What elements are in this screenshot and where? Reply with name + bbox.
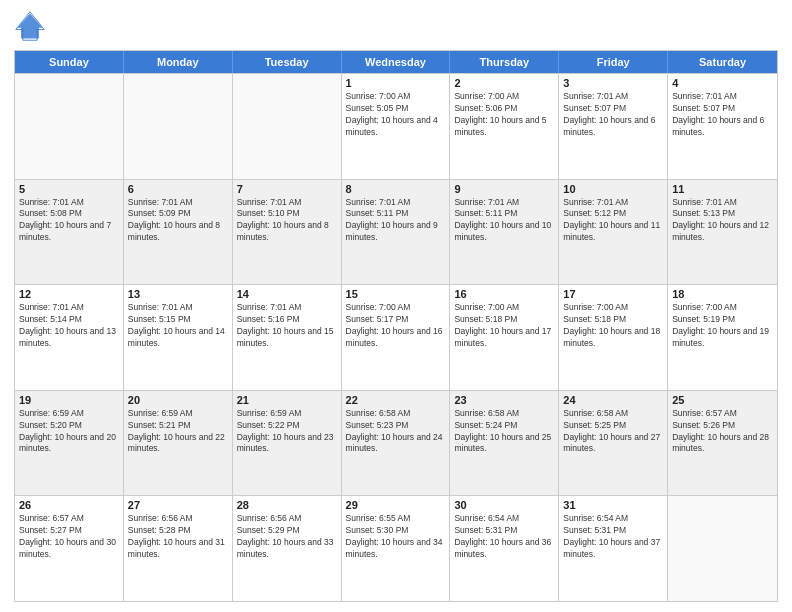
day-number: 26 [19,499,119,511]
cal-week-2: 5Sunrise: 7:01 AMSunset: 5:08 PMDaylight… [15,179,777,285]
cal-header-friday: Friday [559,51,668,73]
cal-cell: 12Sunrise: 7:01 AMSunset: 5:14 PMDayligh… [15,285,124,390]
cal-header-monday: Monday [124,51,233,73]
calendar-header-row: SundayMondayTuesdayWednesdayThursdayFrid… [15,51,777,73]
day-info: Sunrise: 7:01 AMSunset: 5:07 PMDaylight:… [672,91,773,139]
cal-cell: 27Sunrise: 6:56 AMSunset: 5:28 PMDayligh… [124,496,233,601]
day-info: Sunrise: 7:00 AMSunset: 5:05 PMDaylight:… [346,91,446,139]
cal-week-1: 1Sunrise: 7:00 AMSunset: 5:05 PMDaylight… [15,73,777,179]
calendar-body: 1Sunrise: 7:00 AMSunset: 5:05 PMDaylight… [15,73,777,601]
day-info: Sunrise: 6:59 AMSunset: 5:21 PMDaylight:… [128,408,228,456]
day-info: Sunrise: 7:01 AMSunset: 5:09 PMDaylight:… [128,197,228,245]
day-number: 22 [346,394,446,406]
day-info: Sunrise: 7:01 AMSunset: 5:07 PMDaylight:… [563,91,663,139]
cal-header-saturday: Saturday [668,51,777,73]
day-info: Sunrise: 7:00 AMSunset: 5:18 PMDaylight:… [454,302,554,350]
day-number: 8 [346,183,446,195]
cal-cell: 19Sunrise: 6:59 AMSunset: 5:20 PMDayligh… [15,391,124,496]
day-info: Sunrise: 7:00 AMSunset: 5:19 PMDaylight:… [672,302,773,350]
cal-cell: 13Sunrise: 7:01 AMSunset: 5:15 PMDayligh… [124,285,233,390]
day-number: 7 [237,183,337,195]
day-number: 23 [454,394,554,406]
cal-cell: 25Sunrise: 6:57 AMSunset: 5:26 PMDayligh… [668,391,777,496]
cal-cell: 31Sunrise: 6:54 AMSunset: 5:31 PMDayligh… [559,496,668,601]
day-info: Sunrise: 7:01 AMSunset: 5:11 PMDaylight:… [346,197,446,245]
day-info: Sunrise: 6:57 AMSunset: 5:26 PMDaylight:… [672,408,773,456]
day-info: Sunrise: 7:00 AMSunset: 5:18 PMDaylight:… [563,302,663,350]
cal-cell: 21Sunrise: 6:59 AMSunset: 5:22 PMDayligh… [233,391,342,496]
day-number: 29 [346,499,446,511]
day-info: Sunrise: 7:01 AMSunset: 5:11 PMDaylight:… [454,197,554,245]
day-info: Sunrise: 6:56 AMSunset: 5:29 PMDaylight:… [237,513,337,561]
day-info: Sunrise: 6:57 AMSunset: 5:27 PMDaylight:… [19,513,119,561]
calendar: SundayMondayTuesdayWednesdayThursdayFrid… [14,50,778,602]
day-info: Sunrise: 7:01 AMSunset: 5:12 PMDaylight:… [563,197,663,245]
cal-cell: 2Sunrise: 7:00 AMSunset: 5:06 PMDaylight… [450,74,559,179]
cal-cell: 14Sunrise: 7:01 AMSunset: 5:16 PMDayligh… [233,285,342,390]
day-number: 30 [454,499,554,511]
day-number: 6 [128,183,228,195]
cal-week-4: 19Sunrise: 6:59 AMSunset: 5:20 PMDayligh… [15,390,777,496]
cal-cell: 10Sunrise: 7:01 AMSunset: 5:12 PMDayligh… [559,180,668,285]
day-number: 3 [563,77,663,89]
day-number: 13 [128,288,228,300]
page: SundayMondayTuesdayWednesdayThursdayFrid… [0,0,792,612]
day-number: 4 [672,77,773,89]
day-info: Sunrise: 7:01 AMSunset: 5:10 PMDaylight:… [237,197,337,245]
day-number: 9 [454,183,554,195]
cal-cell: 26Sunrise: 6:57 AMSunset: 5:27 PMDayligh… [15,496,124,601]
cal-week-3: 12Sunrise: 7:01 AMSunset: 5:14 PMDayligh… [15,284,777,390]
day-number: 18 [672,288,773,300]
logo [14,10,50,42]
day-info: Sunrise: 6:55 AMSunset: 5:30 PMDaylight:… [346,513,446,561]
day-number: 28 [237,499,337,511]
day-number: 15 [346,288,446,300]
day-info: Sunrise: 6:56 AMSunset: 5:28 PMDaylight:… [128,513,228,561]
day-info: Sunrise: 7:01 AMSunset: 5:14 PMDaylight:… [19,302,119,350]
day-number: 24 [563,394,663,406]
day-info: Sunrise: 7:01 AMSunset: 5:15 PMDaylight:… [128,302,228,350]
day-info: Sunrise: 7:01 AMSunset: 5:13 PMDaylight:… [672,197,773,245]
cal-header-thursday: Thursday [450,51,559,73]
cal-cell [124,74,233,179]
cal-cell: 3Sunrise: 7:01 AMSunset: 5:07 PMDaylight… [559,74,668,179]
cal-header-wednesday: Wednesday [342,51,451,73]
day-info: Sunrise: 6:54 AMSunset: 5:31 PMDaylight:… [454,513,554,561]
cal-cell: 28Sunrise: 6:56 AMSunset: 5:29 PMDayligh… [233,496,342,601]
day-number: 21 [237,394,337,406]
day-number: 31 [563,499,663,511]
cal-cell: 22Sunrise: 6:58 AMSunset: 5:23 PMDayligh… [342,391,451,496]
day-info: Sunrise: 7:01 AMSunset: 5:08 PMDaylight:… [19,197,119,245]
day-number: 25 [672,394,773,406]
cal-cell [233,74,342,179]
day-number: 1 [346,77,446,89]
cal-header-tuesday: Tuesday [233,51,342,73]
day-number: 20 [128,394,228,406]
day-number: 27 [128,499,228,511]
day-info: Sunrise: 6:59 AMSunset: 5:22 PMDaylight:… [237,408,337,456]
cal-cell: 20Sunrise: 6:59 AMSunset: 5:21 PMDayligh… [124,391,233,496]
cal-cell: 6Sunrise: 7:01 AMSunset: 5:09 PMDaylight… [124,180,233,285]
day-info: Sunrise: 7:00 AMSunset: 5:17 PMDaylight:… [346,302,446,350]
cal-cell [15,74,124,179]
cal-cell: 7Sunrise: 7:01 AMSunset: 5:10 PMDaylight… [233,180,342,285]
cal-week-5: 26Sunrise: 6:57 AMSunset: 5:27 PMDayligh… [15,495,777,601]
cal-cell: 15Sunrise: 7:00 AMSunset: 5:17 PMDayligh… [342,285,451,390]
cal-cell [668,496,777,601]
day-number: 14 [237,288,337,300]
cal-cell: 24Sunrise: 6:58 AMSunset: 5:25 PMDayligh… [559,391,668,496]
cal-cell: 17Sunrise: 7:00 AMSunset: 5:18 PMDayligh… [559,285,668,390]
day-number: 17 [563,288,663,300]
cal-header-sunday: Sunday [15,51,124,73]
day-number: 10 [563,183,663,195]
day-info: Sunrise: 6:58 AMSunset: 5:24 PMDaylight:… [454,408,554,456]
cal-cell: 23Sunrise: 6:58 AMSunset: 5:24 PMDayligh… [450,391,559,496]
day-info: Sunrise: 6:59 AMSunset: 5:20 PMDaylight:… [19,408,119,456]
cal-cell: 1Sunrise: 7:00 AMSunset: 5:05 PMDaylight… [342,74,451,179]
cal-cell: 8Sunrise: 7:01 AMSunset: 5:11 PMDaylight… [342,180,451,285]
day-number: 12 [19,288,119,300]
cal-cell: 11Sunrise: 7:01 AMSunset: 5:13 PMDayligh… [668,180,777,285]
day-number: 5 [19,183,119,195]
day-info: Sunrise: 6:54 AMSunset: 5:31 PMDaylight:… [563,513,663,561]
day-number: 16 [454,288,554,300]
